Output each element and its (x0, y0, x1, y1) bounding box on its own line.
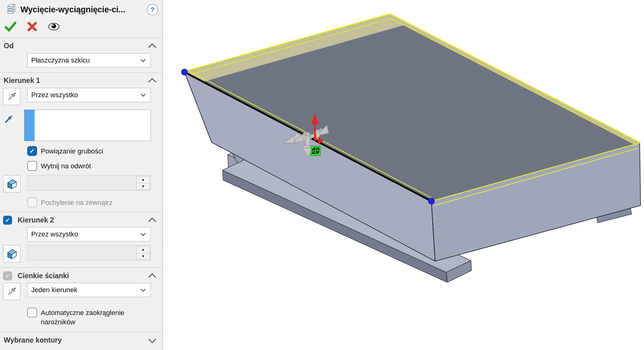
section-header-od[interactable]: Od (0, 38, 163, 52)
check-ok-icon (4, 21, 17, 32)
direction1-end-condition-value: Przez wszystko (31, 91, 140, 99)
cancel-button[interactable] (26, 21, 38, 32)
section-header-direction1[interactable]: Kierunek 1 (0, 73, 163, 87)
spinner-up-button[interactable]: ▲ (137, 176, 150, 183)
chevron-down-icon (140, 288, 146, 292)
chevron-up-icon[interactable] (148, 273, 156, 281)
spinner-down-button[interactable]: ▼ (137, 253, 150, 260)
property-manager-panel: Wycięcie-wyciągnięcie-ci... ? Od (0, 0, 163, 350)
section-selected-contours-label: Wybrane kontury (4, 336, 61, 344)
draft-angle-spinner[interactable]: ▲ ▼ (136, 176, 150, 190)
draft-angle-icon (5, 248, 18, 260)
direction2-enable-checkbox[interactable]: ✓ (3, 216, 12, 225)
draft-outward-checkbox (27, 197, 37, 207)
model-canvas[interactable] (163, 0, 644, 350)
check-icon: ✓ (29, 147, 35, 155)
section-header-thin-feature[interactable]: ✓ Cienkie ścianki (0, 268, 163, 282)
reverse-direction-icon (6, 91, 17, 102)
link-thickness-label: Powiązanie grubości (41, 146, 103, 156)
section-header-direction2[interactable]: ✓ Kierunek 2 (0, 212, 163, 226)
vertex-point[interactable] (181, 69, 188, 75)
flip-side-to-cut-label: Wytnij na odwrót (41, 161, 91, 171)
draft-button-direction1[interactable] (3, 175, 20, 192)
link-thickness-checkbox[interactable]: ✓ (27, 146, 37, 156)
selection-active-strip (24, 110, 35, 141)
help-button[interactable]: ? (147, 4, 158, 15)
direction2-end-condition-select[interactable]: Przez wszystko (27, 227, 151, 241)
chevron-up-icon[interactable] (148, 78, 156, 86)
draft-button-direction2[interactable] (3, 245, 20, 262)
chevron-down-icon (140, 232, 146, 236)
spinner-down-icon: ▼ (141, 184, 145, 188)
panel-title-row: Wycięcie-wyciągnięcie-ci... ? (0, 0, 163, 17)
thin-feature-checkbox: ✓ (3, 271, 12, 280)
preview-button[interactable] (48, 21, 60, 32)
ok-button[interactable] (4, 21, 17, 32)
panel-title: Wycięcie-wyciągnięcie-ci... (20, 5, 147, 15)
model-slab (184, 14, 641, 261)
spinner-down-button[interactable]: ▼ (137, 183, 150, 190)
draft-angle-input-direction1: ▲ ▼ (27, 175, 151, 191)
help-icon: ? (150, 6, 155, 13)
spinner-up-button[interactable]: ▲ (137, 246, 150, 253)
thin-type-select[interactable]: Jeden kierunek (27, 283, 151, 297)
start-condition-select[interactable]: Płaszczyzna szkicu (27, 53, 151, 67)
chevron-down-icon (140, 58, 146, 63)
start-condition-value: Płaszczyzna szkicu (31, 56, 140, 64)
reverse-direction-button[interactable] (3, 88, 20, 105)
check-icon: ✓ (5, 272, 10, 279)
eye-icon (48, 22, 60, 31)
cut-extrude-feature-icon (5, 3, 17, 16)
viewport-3d[interactable] (163, 0, 644, 350)
chevron-down-icon[interactable] (148, 335, 156, 344)
draft-angle-icon (5, 178, 18, 190)
chevron-up-icon[interactable] (148, 217, 156, 226)
draft-outward-label: Pochylenie na zewnątrz (41, 197, 112, 207)
direction1-end-condition-select[interactable]: Przez wszystko (27, 88, 151, 102)
direction-reference-arrow-icon (0, 110, 17, 124)
section-thin-feature-label: Cienkie ścianki (18, 272, 69, 280)
chevron-down-icon (140, 93, 146, 97)
flip-side-to-cut-checkbox[interactable] (27, 161, 37, 171)
direction2-end-condition-value: Przez wszystko (31, 230, 140, 238)
chevron-up-icon[interactable] (148, 43, 156, 51)
check-icon: ✓ (5, 217, 10, 224)
vertex-point[interactable] (428, 198, 434, 204)
direction1-selection-list[interactable] (24, 110, 151, 141)
spinner-down-icon: ▼ (141, 254, 145, 258)
section-header-selected-contours[interactable]: Wybrane kontury (0, 332, 163, 346)
spinner-up-icon: ▲ (141, 178, 145, 181)
section-direction1-label: Kierunek 1 (4, 76, 40, 85)
draft-angle-input-direction2: ▲ ▼ (27, 245, 151, 261)
origin-sketch-icon (311, 146, 320, 156)
thin-type-value: Jeden kierunek (31, 286, 140, 294)
thin-reverse-direction-button[interactable] (3, 283, 20, 300)
panel-actions (0, 17, 163, 35)
spinner-up-icon: ▲ (141, 248, 145, 251)
auto-fillet-corners-checkbox[interactable] (27, 308, 37, 318)
auto-fillet-corners-label: Automatyczne zaokrąglenie narożników (41, 308, 150, 326)
section-od-label: Od (4, 42, 14, 50)
draft-angle-spinner[interactable]: ▲ ▼ (136, 246, 150, 260)
cancel-x-icon (27, 21, 37, 32)
section-direction2-label: Kierunek 2 (18, 216, 54, 224)
reverse-direction-icon (6, 286, 17, 297)
